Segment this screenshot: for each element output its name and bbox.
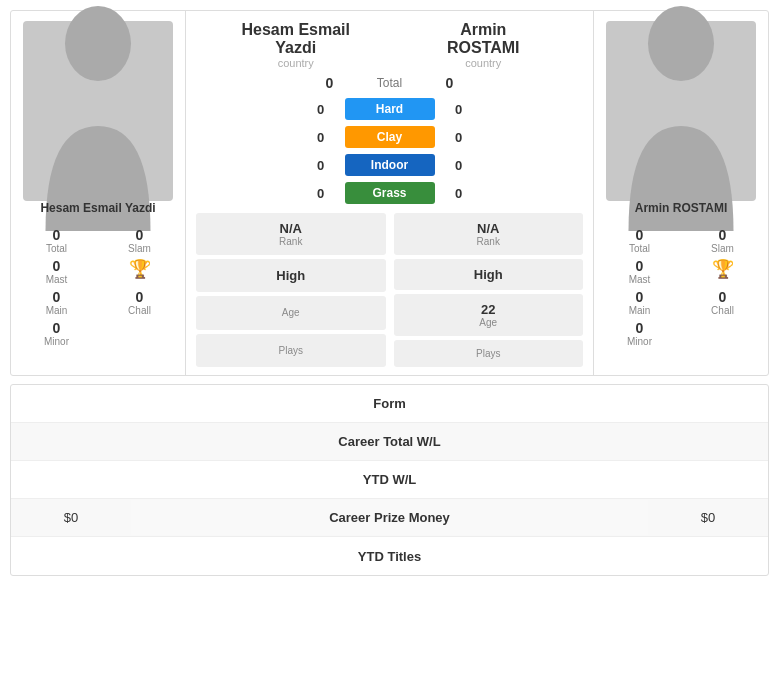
left-hard-score: 0: [311, 102, 331, 117]
right-slam-stat: 0 Slam: [683, 227, 762, 254]
left-minor-value: 0: [53, 320, 61, 336]
right-player-name: Armin ROSTAMI: [635, 201, 727, 215]
left-total-value: 0: [53, 227, 61, 243]
left-mast-stat: 0 Mast: [17, 258, 96, 285]
left-main-stat: 0 Main: [17, 289, 96, 316]
right-slam-label: Slam: [711, 243, 734, 254]
right-player-stats: 0 Total 0 Slam 0 Mast 🏆 0 Main: [600, 227, 762, 347]
right-trophy-stat: 🏆: [683, 258, 762, 285]
left-player-avatar: [23, 21, 173, 201]
prize-money-right-val: $0: [648, 510, 768, 525]
left-clay-score: 0: [311, 130, 331, 145]
right-player-header-name-line2: ROSTAMI: [390, 39, 578, 57]
right-rank-label: Rank: [477, 236, 500, 247]
left-main-value: 0: [53, 289, 61, 305]
left-age-label: Age: [282, 307, 300, 318]
left-trophy-icon: 🏆: [129, 258, 151, 280]
right-rank-box: N/A Rank: [394, 213, 584, 255]
comparison-container: Hesam Esmail Yazdi 0 Total 0 Slam 0 Mast…: [10, 10, 769, 376]
right-player-avatar: [606, 21, 756, 201]
info-boxes: N/A Rank High Age Plays N: [194, 213, 585, 367]
right-mast-label: Mast: [629, 274, 651, 285]
right-main-label: Main: [629, 305, 651, 316]
left-main-label: Main: [46, 305, 68, 316]
form-row: Form: [11, 385, 768, 423]
form-label: Form: [131, 386, 648, 421]
right-player-panel: Armin ROSTAMI 0 Total 0 Slam 0 Mast 🏆: [593, 11, 768, 375]
svg-point-0: [65, 6, 131, 81]
ytd-titles-label: YTD Titles: [131, 539, 648, 574]
hard-button[interactable]: Hard: [345, 98, 435, 120]
right-chall-stat: 0 Chall: [683, 289, 762, 316]
indoor-button[interactable]: Indoor: [345, 154, 435, 176]
right-rank-value: N/A: [477, 221, 499, 236]
left-player-name-text: Hesam Esmail Yazdi: [40, 201, 155, 215]
left-mast-value: 0: [53, 258, 61, 274]
ytd-wl-row: YTD W/L: [11, 461, 768, 499]
page-wrapper: Hesam Esmail Yazdi 0 Total 0 Slam 0 Mast…: [0, 0, 779, 586]
left-chall-stat: 0 Chall: [100, 289, 179, 316]
left-player-panel: Hesam Esmail Yazdi 0 Total 0 Slam 0 Mast…: [11, 11, 186, 375]
svg-point-1: [648, 6, 714, 81]
left-country: country: [202, 57, 390, 69]
left-minor-stat: 0 Minor: [17, 320, 96, 347]
left-slam-value: 0: [136, 227, 144, 243]
total-row: 0 Total 0: [186, 71, 593, 95]
right-clay-score: 0: [449, 130, 469, 145]
prize-money-row: $0 Career Prize Money $0: [11, 499, 768, 537]
right-total-stat: 0 Total: [600, 227, 679, 254]
left-trophy-stat: 🏆: [100, 258, 179, 285]
grass-button[interactable]: Grass: [345, 182, 435, 204]
center-panel: Hesam Esmail Yazdi country Armin ROSTAMI: [186, 11, 593, 375]
right-mast-stat: 0 Mast: [600, 258, 679, 285]
right-trophy-icon: 🏆: [712, 258, 734, 280]
left-player-header-name-line2: Yazdi: [202, 39, 390, 57]
career-total-label: Career Total W/L: [131, 424, 648, 459]
prize-money-label: Career Prize Money: [131, 500, 648, 535]
left-chall-value: 0: [136, 289, 144, 305]
right-high-box: High: [394, 259, 584, 290]
ytd-wl-label: YTD W/L: [131, 462, 648, 497]
right-player-header-name-line1: Armin: [390, 21, 578, 39]
left-high-box: High: [196, 259, 386, 292]
left-total-score: 0: [320, 75, 340, 91]
left-total-stat: 0 Total: [17, 227, 96, 254]
right-slam-value: 0: [719, 227, 727, 243]
surface-row-hard: 0 Hard 0: [186, 95, 593, 123]
right-total-label: Total: [629, 243, 650, 254]
left-player-stats: 0 Total 0 Slam 0 Mast 🏆 0 Main: [17, 227, 179, 347]
right-indoor-score: 0: [449, 158, 469, 173]
surface-row-clay: 0 Clay 0: [186, 123, 593, 151]
surface-row-grass: 0 Grass 0: [186, 179, 593, 207]
bottom-section: Form Career Total W/L YTD W/L $0 Career …: [10, 384, 769, 576]
ytd-titles-row: YTD Titles: [11, 537, 768, 575]
left-rank-box: N/A Rank: [196, 213, 386, 255]
right-mast-value: 0: [636, 258, 644, 274]
career-total-row: Career Total W/L: [11, 423, 768, 461]
right-minor-label: Minor: [627, 336, 652, 347]
right-total-score: 0: [440, 75, 460, 91]
right-main-stat: 0 Main: [600, 289, 679, 316]
total-label: Total: [360, 76, 420, 90]
right-age-value: 22: [481, 302, 495, 317]
right-main-value: 0: [636, 289, 644, 305]
left-high-value: High: [276, 268, 305, 283]
right-plays-label: Plays: [476, 348, 500, 359]
left-total-label: Total: [46, 243, 67, 254]
left-minor-label: Minor: [44, 336, 69, 347]
right-high-value: High: [474, 267, 503, 282]
left-age-box: Age: [196, 296, 386, 329]
right-player-name-text: Armin ROSTAMI: [635, 201, 727, 215]
left-player-header-name-line1: Hesam Esmail: [202, 21, 390, 39]
left-player-name: Hesam Esmail Yazdi: [40, 201, 155, 215]
right-country: country: [390, 57, 578, 69]
clay-button[interactable]: Clay: [345, 126, 435, 148]
surface-rows-container: 0 Hard 0 0 Clay 0 0 Indoor 0: [186, 95, 593, 207]
right-plays-box: Plays: [394, 340, 584, 367]
surface-row-indoor: 0 Indoor 0: [186, 151, 593, 179]
right-chall-value: 0: [719, 289, 727, 305]
left-plays-box: Plays: [196, 334, 386, 367]
left-rank-value: N/A: [280, 221, 302, 236]
right-age-label: Age: [479, 317, 497, 328]
left-grass-score: 0: [311, 186, 331, 201]
